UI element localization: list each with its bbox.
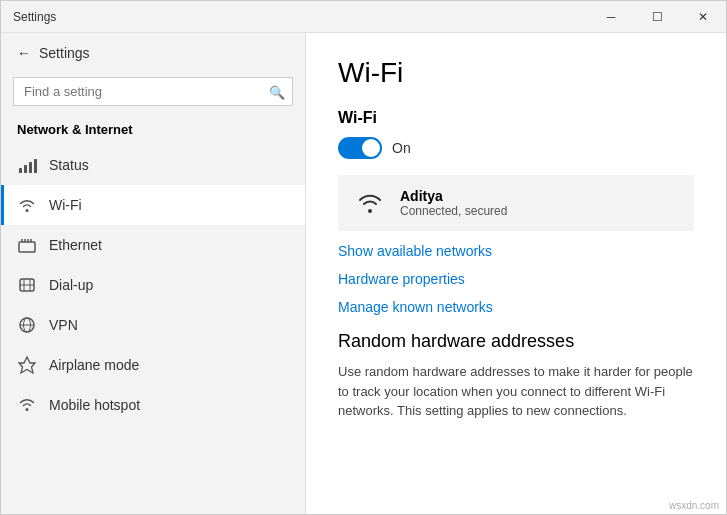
sidebar-label-wifi: Wi-Fi: [49, 197, 82, 213]
sidebar-label-hotspot: Mobile hotspot: [49, 397, 140, 413]
sidebar-label-ethernet: Ethernet: [49, 237, 102, 253]
titlebar-controls: ─ ☐ ✕: [588, 1, 726, 32]
svg-rect-4: [19, 242, 35, 252]
sidebar-item-vpn[interactable]: VPN: [1, 305, 305, 345]
sidebar: ← Settings 🔍 Network & Internet: [1, 33, 306, 514]
vpn-icon: [17, 315, 37, 335]
connected-network-card: Aditya Connected, secured: [338, 175, 694, 231]
connected-wifi-icon: [354, 187, 386, 219]
wifi-icon: [17, 195, 37, 215]
network-name: Aditya: [400, 188, 507, 204]
dialup-icon: [17, 275, 37, 295]
back-arrow-icon: ←: [17, 45, 31, 61]
sidebar-app-title: Settings: [39, 45, 90, 61]
search-input[interactable]: [13, 77, 293, 106]
sidebar-search: 🔍: [13, 77, 293, 106]
sidebar-item-wifi[interactable]: Wi-Fi: [1, 185, 305, 225]
sidebar-label-dialup: Dial-up: [49, 277, 93, 293]
search-icon: 🔍: [269, 84, 285, 99]
main-panel: Wi-Fi Wi-Fi On Aditya Con: [306, 33, 726, 514]
manage-known-networks-link[interactable]: Manage known networks: [338, 299, 694, 315]
titlebar-title: Settings: [13, 10, 56, 24]
sidebar-item-hotspot[interactable]: Mobile hotspot: [1, 385, 305, 425]
svg-rect-1: [24, 165, 27, 173]
toggle-label: On: [392, 140, 411, 156]
network-status: Connected, secured: [400, 204, 507, 218]
wifi-section-title: Wi-Fi: [338, 109, 694, 127]
close-button[interactable]: ✕: [680, 1, 726, 33]
sidebar-label-status: Status: [49, 157, 89, 173]
random-hw-title: Random hardware addresses: [338, 331, 694, 352]
sidebar-item-dialup[interactable]: Dial-up: [1, 265, 305, 305]
hotspot-icon: [17, 395, 37, 415]
ethernet-icon: [17, 235, 37, 255]
toggle-knob: [362, 139, 380, 157]
wifi-toggle-row: On: [338, 137, 694, 159]
wifi-toggle[interactable]: [338, 137, 382, 159]
page-title: Wi-Fi: [338, 57, 694, 89]
titlebar: Settings ─ ☐ ✕: [1, 1, 726, 33]
show-available-networks-link[interactable]: Show available networks: [338, 243, 694, 259]
main-content: ← Settings 🔍 Network & Internet: [1, 33, 726, 514]
status-icon: [17, 155, 37, 175]
sidebar-item-airplane[interactable]: Airplane mode: [1, 345, 305, 385]
sidebar-label-airplane: Airplane mode: [49, 357, 139, 373]
sidebar-back-button[interactable]: ← Settings: [1, 33, 305, 73]
svg-rect-3: [34, 159, 37, 173]
sidebar-label-vpn: VPN: [49, 317, 78, 333]
random-hw-desc: Use random hardware addresses to make it…: [338, 362, 694, 421]
sidebar-item-ethernet[interactable]: Ethernet: [1, 225, 305, 265]
svg-rect-2: [29, 162, 32, 173]
maximize-button[interactable]: ☐: [634, 1, 680, 33]
sidebar-section-title: Network & Internet: [1, 118, 305, 145]
airplane-icon: [17, 355, 37, 375]
hardware-properties-link[interactable]: Hardware properties: [338, 271, 694, 287]
watermark: wsxdn.com: [669, 500, 719, 511]
minimize-button[interactable]: ─: [588, 1, 634, 33]
svg-rect-0: [19, 168, 22, 173]
sidebar-item-status[interactable]: Status: [1, 145, 305, 185]
network-info: Aditya Connected, secured: [400, 188, 507, 218]
